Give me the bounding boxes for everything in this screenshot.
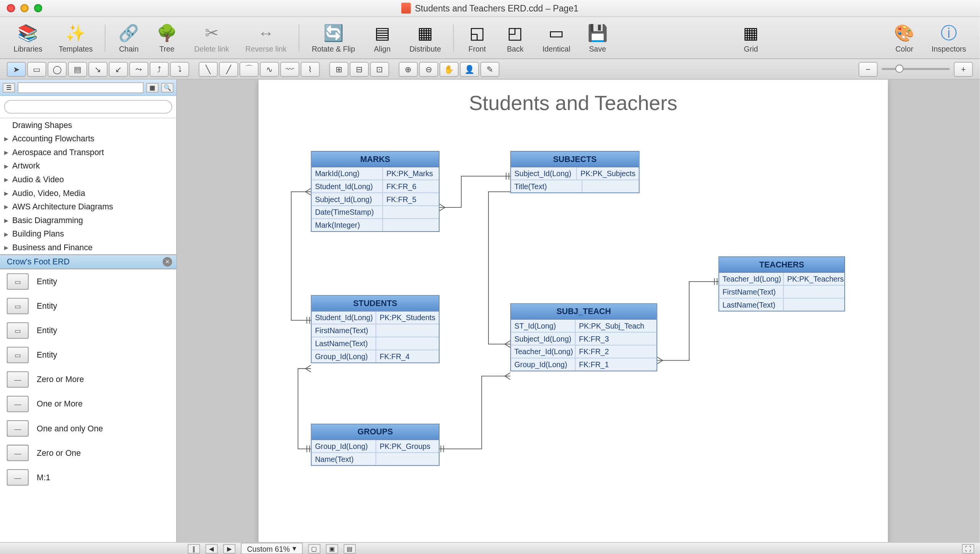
category-item[interactable]: Business and Finance — [0, 241, 176, 254]
library-search-input[interactable] — [4, 100, 172, 114]
view-mode-2[interactable]: ▣ — [326, 544, 338, 553]
entity-column: LastName(Text) — [719, 298, 784, 311]
select-tool[interactable]: 👤 — [460, 62, 479, 76]
distribute-button[interactable]: ▦Distribute — [402, 21, 448, 54]
category-item[interactable]: Audio & Video — [0, 173, 176, 186]
shape-item[interactable]: ▭Entity — [0, 294, 176, 318]
pointer-tool[interactable]: ➤ — [7, 62, 26, 76]
category-drawing-shapes[interactable]: Drawing Shapes — [0, 118, 176, 132]
shape-item[interactable]: ▭Entity — [0, 269, 176, 294]
snap-tool-2[interactable]: ⊟ — [350, 62, 369, 76]
entity-groups[interactable]: GROUPSGroup_Id(Long)PK:PK_GroupsName(Tex… — [311, 424, 439, 466]
entity-header: SUBJ_TEACH — [511, 304, 657, 320]
zoom-slider[interactable] — [882, 68, 950, 70]
zoom-button[interactable] — [34, 4, 42, 12]
shape-item[interactable]: ▭Entity — [0, 318, 176, 343]
sidebar-filter-input[interactable] — [18, 82, 143, 92]
grid-button[interactable]: ▦Grid — [733, 21, 769, 54]
shape-item[interactable]: —Zero or One — [0, 441, 176, 465]
category-item[interactable]: Building Plans — [0, 227, 176, 241]
entity-row: Group_Id(Long)PK:PK_Groups — [312, 440, 439, 453]
align-button[interactable]: ▤Align — [365, 21, 400, 54]
curve-tool-3[interactable]: ⌇ — [301, 62, 320, 76]
sidebar-search-icon[interactable]: 🔍 — [161, 83, 174, 92]
delete-link-button[interactable]: ✂Delete link — [187, 21, 236, 54]
category-item[interactable]: AWS Architecture Diagrams — [0, 200, 176, 214]
inspectors-button[interactable]: ⓘInspectors — [925, 21, 973, 54]
entity-students[interactable]: STUDENTSStudent_Id(Long)PK:PK_StudentsFi… — [311, 295, 439, 363]
front-button[interactable]: ◱Front — [459, 21, 495, 54]
tree-button[interactable]: 🌳Tree — [149, 21, 185, 54]
active-library-header[interactable]: Crow's Foot ERD × — [0, 254, 176, 269]
zoom-out-tool[interactable]: ⊖ — [419, 62, 438, 76]
entity-teachers[interactable]: TEACHERSTeacher_Id(Long)PK:PK_TeachersFi… — [719, 256, 845, 311]
category-item[interactable]: Audio, Video, Media — [0, 186, 176, 200]
line-tool-2[interactable]: ╱ — [219, 62, 238, 76]
entity-row: Date(TimeStamp) — [312, 206, 439, 219]
eyedropper-tool[interactable]: ✎ — [480, 62, 500, 76]
shape-item[interactable]: —One or More — [0, 392, 176, 416]
view-mode-1[interactable]: ▢ — [308, 544, 320, 553]
text-tool[interactable]: ▤ — [68, 62, 87, 76]
curve-tool-1[interactable]: ∿ — [260, 62, 279, 76]
zoom-in-tool[interactable]: ⊕ — [399, 62, 418, 76]
identical-button[interactable]: ▭Identical — [535, 21, 577, 54]
snap-tool-1[interactable]: ⊞ — [329, 62, 349, 76]
zoom-out-icon[interactable]: − — [858, 62, 878, 76]
category-item[interactable]: Aerospace and Transport — [0, 146, 176, 159]
close-library-icon[interactable]: × — [162, 257, 172, 267]
shape-label: M:1 — [37, 473, 50, 482]
entity-subj-teach[interactable]: SUBJ_TEACHST_Id(Long)PK:PK_Subj_TeachSub… — [510, 303, 657, 371]
entity-marks[interactable]: MARKSMarkId(Long)PK:PK_MarksStudent_Id(L… — [311, 151, 439, 232]
entity-column: Subject_Id(Long) — [511, 332, 576, 345]
entity-key: PK:PK_Groups — [376, 440, 439, 452]
pager-next-icon[interactable]: ▶ — [223, 544, 235, 553]
close-button[interactable] — [7, 4, 15, 12]
sidebar-tree-icon[interactable]: ☰ — [3, 83, 15, 92]
entity-key — [383, 219, 439, 231]
save-button[interactable]: 💾Save — [580, 21, 615, 54]
entity-subjects[interactable]: SUBJECTSSubject_Id(Long)PK:PK_SubjectsTi… — [510, 151, 639, 193]
arc-tool[interactable]: ⌒ — [240, 62, 259, 76]
zoom-in-icon[interactable]: + — [954, 62, 973, 76]
chain-button[interactable]: 🔗Chain — [111, 21, 147, 54]
view-mode-3[interactable]: ▤ — [344, 544, 356, 553]
entity-column: Date(TimeStamp) — [312, 206, 383, 218]
shape-item[interactable]: —One and only One — [0, 416, 176, 441]
shape-label: Zero or One — [37, 448, 81, 458]
curve-tool-2[interactable]: 〰 — [280, 62, 299, 76]
shape-item[interactable]: ▭Entity — [0, 343, 176, 367]
connector-tool-5[interactable]: ⤵ — [170, 62, 189, 76]
rotate-flip-button[interactable]: 🔄Rotate & Flip — [305, 21, 362, 54]
reverse-link-button[interactable]: ↔Reverse link — [239, 21, 293, 54]
connector-tool-2[interactable]: ↙ — [109, 62, 128, 76]
canvas-area[interactable]: Students and Teachers — [177, 79, 980, 542]
fit-icon[interactable]: ⛶ — [962, 544, 974, 553]
line-tool-1[interactable]: ╲ — [199, 62, 218, 76]
connector-tool-4[interactable]: ⤴ — [150, 62, 169, 76]
category-item[interactable]: Basic Diagramming — [0, 214, 176, 227]
zoom-selector[interactable]: Custom 61% ▾ — [241, 543, 303, 554]
sidebar-grid-icon[interactable]: ▦ — [146, 83, 159, 92]
templates-button[interactable]: ✨Templates — [52, 21, 100, 54]
pager-prev-icon[interactable]: ◀ — [206, 544, 218, 553]
minimize-button[interactable] — [20, 4, 28, 12]
snap-tool-3[interactable]: ⊡ — [370, 62, 389, 76]
shape-label: Entity — [37, 301, 57, 311]
entity-key — [784, 286, 844, 298]
libraries-button[interactable]: 📚Libraries — [7, 21, 49, 54]
category-item[interactable]: Artwork — [0, 159, 176, 173]
connector-tool-3[interactable]: ⤳ — [129, 62, 148, 76]
back-button[interactable]: ◰Back — [498, 21, 533, 54]
shape-item[interactable]: —M:1 — [0, 465, 176, 490]
rect-tool[interactable]: ▭ — [27, 62, 46, 76]
pager-first-icon[interactable]: ‖ — [188, 544, 200, 553]
shape-thumb-icon: ▭ — [7, 274, 29, 290]
shape-item[interactable]: —Zero or More — [0, 367, 176, 392]
entity-column: Name(Text) — [312, 453, 376, 465]
connector-tool-1[interactable]: ↘ — [88, 62, 107, 76]
pan-tool[interactable]: ✋ — [440, 62, 459, 76]
color-button[interactable]: 🎨Color — [887, 21, 922, 54]
ellipse-tool[interactable]: ◯ — [48, 62, 67, 76]
category-item[interactable]: Accounting Flowcharts — [0, 132, 176, 146]
